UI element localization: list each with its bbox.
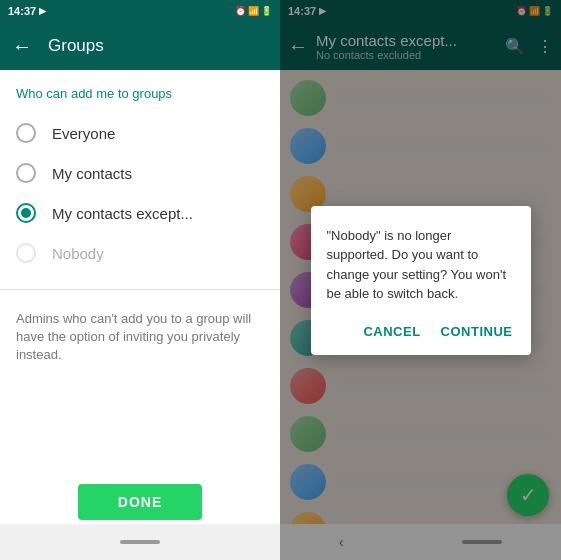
left-panel: 14:37 ▶ ⏰ 📶 🔋 ← Groups Who can add me to… [0, 0, 280, 560]
signal-icon: 📶 [248, 6, 259, 16]
left-status-time-area: 14:37 ▶ [8, 5, 46, 17]
dialog-overlay: "Nobody" is no longer supported. Do you … [280, 0, 561, 560]
divider [0, 289, 280, 290]
back-button[interactable]: ← [12, 35, 32, 58]
cancel-button[interactable]: CANCEL [361, 320, 422, 343]
who-can-section: Who can add me to groups Everyone My con… [0, 70, 280, 281]
done-button[interactable]: DONE [78, 484, 202, 520]
alarm-icon: ⏰ [235, 6, 246, 16]
battery-icon: 🔋 [261, 6, 272, 16]
radio-nobody [16, 243, 36, 263]
label-my-contacts: My contacts [52, 165, 132, 182]
dialog-buttons: CANCEL CONTINUE [327, 320, 515, 343]
left-status-bar: 14:37 ▶ ⏰ 📶 🔋 [0, 0, 280, 22]
done-button-container: DONE [0, 484, 280, 520]
option-everyone[interactable]: Everyone [16, 113, 264, 153]
home-pill [120, 540, 160, 544]
dialog-message: "Nobody" is no longer supported. Do you … [327, 226, 515, 304]
who-can-label: Who can add me to groups [16, 86, 264, 101]
radio-everyone [16, 123, 36, 143]
label-my-contacts-except: My contacts except... [52, 205, 193, 222]
dialog: "Nobody" is no longer supported. Do you … [311, 206, 531, 355]
admin-note: Admins who can't add you to a group will… [0, 298, 280, 377]
label-nobody: Nobody [52, 245, 104, 262]
radio-my-contacts-except [16, 203, 36, 223]
left-time: 14:37 [8, 5, 36, 17]
left-header-title: Groups [48, 36, 104, 56]
left-play-icon: ▶ [39, 6, 46, 16]
option-my-contacts[interactable]: My contacts [16, 153, 264, 193]
radio-my-contacts [16, 163, 36, 183]
left-status-icons: ⏰ 📶 🔋 [235, 6, 272, 16]
continue-button[interactable]: CONTINUE [439, 320, 515, 343]
label-everyone: Everyone [52, 125, 115, 142]
option-my-contacts-except[interactable]: My contacts except... [16, 193, 264, 233]
option-nobody[interactable]: Nobody [16, 233, 264, 273]
left-bottom-bar [0, 524, 280, 560]
left-header: ← Groups [0, 22, 280, 70]
right-panel: 14:37 ▶ ⏰ 📶 🔋 ← My contacts except... No… [280, 0, 561, 560]
